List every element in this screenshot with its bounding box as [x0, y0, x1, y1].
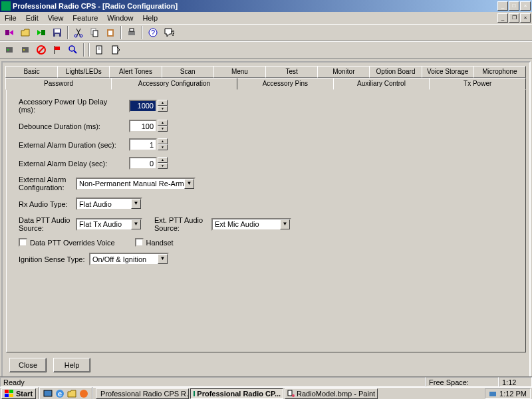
tab-monitor[interactable]: Monitor — [317, 66, 370, 78]
task-cps-1[interactable]: Professional Radio CPS R... — [96, 388, 189, 399]
app-icon — [1, 1, 11, 11]
ql-desktop-icon[interactable] — [43, 388, 53, 399]
svg-rect-10 — [130, 29, 134, 31]
mdi-minimize[interactable]: _ — [497, 13, 508, 23]
tb-doc1[interactable] — [92, 43, 107, 57]
dropdown-icon[interactable]: ▼ — [158, 254, 168, 264]
menu-feature[interactable]: Feature — [68, 13, 102, 23]
svg-rect-31 — [44, 390, 52, 396]
dropdown-icon[interactable]: ▼ — [131, 199, 141, 209]
tab-accessory-pins[interactable]: Accessory Pins — [237, 78, 334, 90]
tb-whatsthis[interactable]: ? — [162, 25, 176, 40]
help-dialog-button[interactable]: Help — [53, 358, 90, 372]
spin-down[interactable]: ▼ — [158, 126, 168, 132]
tb-copy[interactable] — [87, 25, 102, 40]
spin-up[interactable]: ▲ — [158, 157, 168, 163]
tb-read[interactable] — [2, 25, 17, 40]
windows-logo-icon — [5, 390, 14, 398]
tb-cut[interactable] — [71, 25, 86, 40]
tab-tx-power[interactable]: Tx Power — [429, 78, 526, 90]
task-cps-2[interactable]: Professional Radio CP... — [190, 388, 283, 399]
spin-down[interactable]: ▼ — [158, 106, 168, 112]
tb-radio2[interactable] — [18, 43, 33, 57]
input-ext-alarm-delay[interactable] — [129, 157, 157, 170]
label-ext-alarm-delay: External Alarm Delay (sec): — [19, 160, 125, 168]
combo-ignition[interactable]: On/Off & Ignition ▼ — [89, 253, 169, 265]
spin-down[interactable]: ▼ — [158, 163, 168, 169]
menu-edit[interactable]: Edit — [21, 13, 43, 23]
svg-rect-36 — [288, 390, 292, 396]
combo-ext-ptt-src[interactable]: Ext Mic Audio ▼ — [211, 218, 291, 231]
combo-text: On/Off & Ignition — [92, 255, 158, 263]
input-debounce[interactable] — [129, 120, 157, 132]
tab-basic[interactable]: Basic — [5, 66, 58, 78]
start-button[interactable]: Start — [1, 388, 36, 399]
checkbox-icon[interactable] — [135, 238, 144, 247]
svg-text:?: ? — [151, 29, 155, 37]
spinner-power-up-delay[interactable]: ▲▼ — [129, 100, 168, 112]
ql-ie-icon[interactable]: e — [55, 388, 65, 399]
dropdown-icon[interactable]: ▼ — [280, 219, 290, 229]
close-button[interactable]: × — [520, 1, 531, 11]
menu-view[interactable]: View — [43, 13, 68, 23]
dropdown-icon[interactable]: ▼ — [184, 179, 194, 189]
tab-voice[interactable]: Voice Storage — [422, 66, 474, 78]
spinner-ext-alarm-duration[interactable]: ▲▼ — [129, 138, 168, 151]
tb-write[interactable] — [34, 25, 49, 40]
menu-window[interactable]: Window — [102, 13, 138, 23]
mdi-restore[interactable]: ❐ — [509, 13, 519, 23]
menu-file[interactable]: File — [0, 13, 21, 23]
spin-up[interactable]: ▲ — [158, 138, 168, 144]
spin-down[interactable]: ▼ — [158, 144, 168, 150]
tb-radio1[interactable] — [2, 43, 17, 57]
tab-scan[interactable]: Scan — [162, 66, 214, 78]
checkbox-data-ptt-override[interactable]: Data PTT Overrides Voice — [19, 238, 115, 247]
tab-alert[interactable]: Alert Tones — [109, 66, 162, 78]
tb-save[interactable] — [50, 25, 65, 40]
combo-text: Flat Tx Audio — [79, 220, 131, 228]
svg-rect-23 — [96, 46, 102, 54]
ql-folder-icon[interactable] — [66, 388, 77, 399]
system-tray[interactable]: 1:12 PM — [485, 388, 531, 399]
tb-doc2[interactable] — [108, 43, 123, 57]
tray-clock: 1:12 PM — [499, 390, 527, 398]
task-paint[interactable]: RadioModel.bmp - Paint — [285, 388, 378, 399]
spin-up[interactable]: ▲ — [158, 120, 168, 126]
checkbox-handset[interactable]: Handset — [135, 238, 174, 247]
tab-aux-control[interactable]: Auxiliary Control — [333, 78, 430, 90]
tb-print[interactable] — [124, 25, 139, 40]
combo-rx-audio[interactable]: Flat Audio ▼ — [76, 198, 142, 210]
tb-stop[interactable] — [34, 43, 49, 57]
spinner-debounce[interactable]: ▲▼ — [129, 120, 168, 132]
tab-lights[interactable]: Lights/LEDs — [57, 66, 110, 78]
dropdown-icon[interactable]: ▼ — [131, 219, 141, 229]
close-dialog-button[interactable]: Close — [9, 358, 47, 372]
tab-option[interactable]: Option Board — [369, 66, 422, 78]
tb-zoom[interactable] — [66, 43, 80, 57]
label-ignition: Ignition Sense Type: — [19, 255, 85, 263]
combo-data-ptt-src[interactable]: Flat Tx Audio ▼ — [76, 218, 142, 231]
spin-up[interactable]: ▲ — [158, 100, 168, 106]
status-bar: Ready Free Space: 94.31% 1:12 PM — [0, 376, 532, 387]
tab-password[interactable]: Password — [5, 78, 112, 90]
tb-about[interactable]: ? — [146, 25, 160, 40]
tray-icon[interactable] — [489, 390, 497, 398]
combo-ext-alarm-config[interactable]: Non-Permanent Manual Re-Arm ▼ — [76, 178, 196, 190]
tab-menu[interactable]: Menu — [213, 66, 266, 78]
tab-accessory-config[interactable]: Accessory Configuration — [111, 78, 237, 90]
checkbox-icon[interactable] — [19, 238, 27, 247]
tb-paste[interactable] — [103, 25, 118, 40]
menu-help[interactable]: Help — [138, 13, 162, 23]
maximize-button[interactable]: □ — [509, 1, 519, 11]
tab-test[interactable]: Test — [265, 66, 318, 78]
tb-open[interactable] — [18, 25, 33, 40]
minimize-button[interactable]: _ — [497, 1, 508, 11]
tab-row-2: Password Accessory Configuration Accesso… — [6, 78, 526, 90]
ql-firefox-icon[interactable] — [78, 388, 89, 399]
tb-flag[interactable] — [50, 43, 65, 57]
input-ext-alarm-duration[interactable] — [129, 138, 157, 151]
spinner-ext-alarm-delay[interactable]: ▲▼ — [129, 157, 168, 170]
tab-mic[interactable]: Microphone — [473, 66, 526, 78]
mdi-close[interactable]: × — [520, 13, 531, 23]
input-power-up-delay[interactable] — [129, 100, 157, 112]
